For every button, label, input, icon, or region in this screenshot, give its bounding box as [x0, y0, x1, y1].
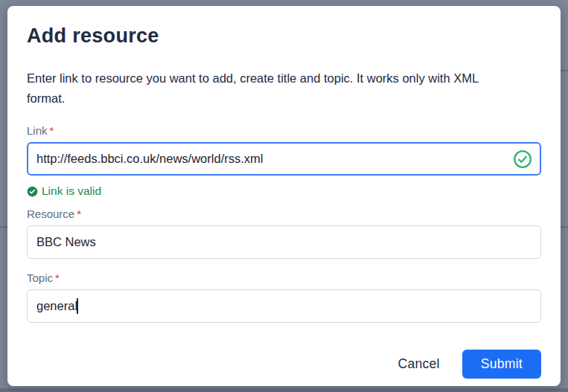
- resource-label: Resource*: [27, 207, 541, 222]
- cancel-button[interactable]: Cancel: [398, 356, 439, 372]
- link-input-wrapper: [27, 142, 541, 176]
- modal-title: Add resource: [27, 22, 541, 49]
- background-bottom-edge: [0, 388, 568, 392]
- topic-label-text: Topic: [27, 271, 53, 284]
- resource-input[interactable]: [27, 225, 541, 259]
- link-valid-text: Link is valid: [42, 184, 101, 198]
- text-caret: [77, 298, 78, 314]
- required-asterisk: *: [55, 271, 60, 284]
- topic-input[interactable]: [27, 289, 541, 323]
- required-asterisk: *: [77, 208, 81, 220]
- resource-input-wrapper: [27, 225, 541, 259]
- resource-label-text: Resource: [27, 208, 74, 220]
- link-label: Link*: [27, 123, 541, 138]
- valid-check-icon: [513, 150, 532, 169]
- link-valid-message: Link is valid: [27, 184, 541, 198]
- submit-button[interactable]: Submit: [462, 350, 541, 379]
- modal-footer: Cancel Submit: [27, 350, 541, 379]
- required-asterisk: *: [50, 124, 54, 137]
- link-label-text: Link: [27, 124, 48, 137]
- topic-input-wrapper: [27, 289, 541, 323]
- topic-label: Topic*: [27, 271, 541, 286]
- add-resource-modal: Add resource Enter link to resource you …: [7, 6, 561, 386]
- modal-description: Enter link to resource you want to add, …: [27, 68, 507, 109]
- link-input[interactable]: [27, 142, 541, 176]
- success-check-icon: [27, 186, 38, 197]
